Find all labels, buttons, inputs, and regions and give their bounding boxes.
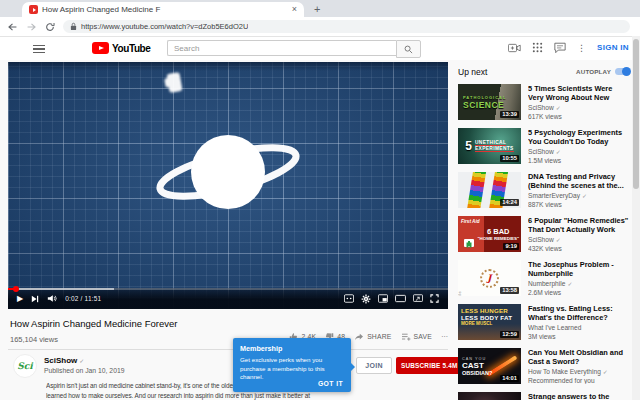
save-button[interactable]: SAVE — [401, 333, 432, 341]
search-button[interactable] — [396, 40, 421, 58]
video-thumbnail[interactable]: NumberphileJ 13:58 — [458, 260, 521, 296]
related-video-title[interactable]: 5 Times Scientists Were Very Wrong About… — [528, 84, 630, 102]
popup-title: Membership — [240, 344, 344, 353]
related-video-item[interactable]: 5UNETHICALEXPERIMENTS 10:55 5 Psychology… — [458, 128, 630, 164]
related-channel: SciShow✓ — [528, 236, 630, 245]
related-video-item[interactable]: PATHOLOGICALSCIENCE 13:39 5 Times Scient… — [458, 84, 630, 120]
cc-icon[interactable] — [344, 294, 354, 303]
duration-badge: 14:01 — [500, 375, 519, 382]
upload-video-icon[interactable] — [508, 43, 521, 53]
youtube-logo[interactable]: YouTube — [92, 42, 151, 54]
related-video-title[interactable]: Can You Melt Obsidian and Cast a Sword? — [528, 348, 630, 366]
related-channel: SciShow✓ — [528, 104, 630, 113]
view-count: 165,104 views — [10, 335, 58, 344]
play-on-tv-icon[interactable] — [413, 294, 423, 303]
new-tab-button[interactable]: + — [314, 3, 320, 15]
related-video-title[interactable]: The Josephus Problem - Numberphile — [528, 260, 630, 278]
video-thumbnail[interactable]: 5UNETHICALEXPERIMENTS 10:55 — [458, 128, 521, 164]
related-video-title[interactable]: Strange answers to the psychopath test |… — [528, 392, 630, 400]
page-scrollbar[interactable] — [632, 36, 640, 400]
related-channel: How To Make Everything✓ — [528, 368, 630, 377]
messages-icon[interactable] — [554, 42, 566, 53]
related-views: Recommended for you — [528, 377, 630, 385]
buffer-bar — [8, 288, 114, 290]
youtube-logo-text: YouTube — [112, 43, 151, 54]
related-views: 617K views — [528, 113, 630, 121]
channel-avatar[interactable]: Sci — [13, 354, 37, 378]
reload-icon[interactable] — [45, 22, 55, 32]
tab-close-icon[interactable]: × — [292, 5, 297, 14]
up-next-sidebar: Up next AUTOPLAY PATHOLOGICALSCIENCE 13:… — [458, 66, 630, 400]
duration-badge: 12:59 — [500, 331, 519, 338]
youtube-play-icon — [92, 42, 109, 54]
youtube-masthead: YouTube ⋮ SIGN IN — [0, 37, 640, 61]
player-controls: ▶ 0:02 / 11:51 — [8, 288, 448, 309]
verified-icon: ✓ — [556, 148, 561, 157]
related-video-title[interactable]: DNA Testing and Privacy (Behind the scen… — [528, 172, 630, 190]
back-icon[interactable] — [7, 22, 18, 32]
scrollbar-thumb[interactable] — [633, 39, 639, 189]
volume-icon[interactable] — [47, 294, 57, 303]
menu-icon[interactable] — [33, 45, 45, 55]
play-button[interactable]: ▶ — [17, 295, 23, 303]
related-video-title[interactable]: 6 Popular "Home Remedies" That Don't Act… — [528, 216, 630, 234]
search-icon — [404, 45, 413, 54]
popup-body: Get exclusive perks when you purchase a … — [240, 356, 344, 382]
share-icon — [354, 333, 364, 341]
verified-icon: ✓ — [556, 104, 561, 113]
youtube-favicon — [29, 5, 38, 14]
url-text: https://www.youtube.com/watch?v=dZob5E6d… — [81, 22, 248, 31]
fullscreen-icon[interactable] — [430, 294, 439, 303]
masthead-actions: ⋮ SIGN IN — [508, 42, 629, 53]
channel-name[interactable]: SciShow ✓ — [44, 356, 84, 365]
share-button[interactable]: SHARE — [354, 333, 391, 341]
browser-tab[interactable]: How Aspirin Changed Medicine F × — [22, 2, 304, 17]
search-bar — [167, 40, 421, 58]
sign-in-button[interactable]: SIGN IN — [597, 43, 629, 52]
autoplay-toggle[interactable] — [615, 68, 630, 75]
related-video-title[interactable]: 5 Psychology Experiments You Couldn't Do… — [528, 128, 630, 146]
tab-strip: How Aspirin Changed Medicine F × + — [0, 0, 640, 17]
theater-mode-icon[interactable] — [395, 294, 406, 303]
related-video-item[interactable]: Strange answers to the psychopath test |… — [458, 392, 630, 400]
spacecraft-sprite — [166, 72, 182, 93]
related-video-item[interactable]: CAN YOUCASTOBSIDIAN? 14:01 Can You Melt … — [458, 348, 630, 384]
more-actions-icon[interactable]: ⋯ — [441, 333, 448, 341]
settings-gear-icon[interactable] — [361, 294, 371, 304]
description-line: Aspirin isn't just an old medicine cabin… — [46, 381, 412, 391]
video-thumbnail[interactable]: First Aid6 BAD"HOME REMEDIES" 9:19 — [458, 216, 521, 252]
related-video-item[interactable]: First Aid6 BAD"HOME REMEDIES" 9:19 6 Pop… — [458, 216, 630, 252]
related-channel: SciShow✓ — [528, 148, 630, 157]
duration-badge: 13:58 — [500, 287, 519, 294]
duration-badge: 10:55 — [500, 155, 519, 162]
progress-bar[interactable] — [8, 288, 448, 290]
related-video-item[interactable]: 14:24 DNA Testing and Privacy (Behind th… — [458, 172, 630, 208]
apps-grid-icon[interactable] — [532, 42, 543, 53]
related-video-item[interactable]: LESS HUNGERLESS BODY FATMORE MUSCL 12:59… — [458, 304, 630, 340]
related-video-title[interactable]: Fasting vs. Eating Less: What's the Diff… — [528, 304, 630, 322]
scrubber-knob[interactable] — [13, 286, 19, 292]
join-button[interactable]: JOIN — [356, 357, 392, 374]
subscribe-button[interactable]: SUBSCRIBE 5.4M — [396, 357, 462, 374]
forward-icon[interactable] — [26, 22, 37, 32]
duration-badge: 13:39 — [500, 111, 519, 118]
tab-title: How Aspirin Changed Medicine F — [42, 5, 288, 14]
search-input[interactable] — [167, 40, 396, 56]
video-thumbnail[interactable] — [458, 392, 521, 400]
related-video-item[interactable]: NumberphileJ 13:58 The Josephus Problem … — [458, 260, 630, 296]
miniplayer-icon[interactable] — [378, 294, 388, 303]
next-video-icon[interactable] — [31, 295, 39, 303]
video-thumbnail[interactable]: PATHOLOGICALSCIENCE 13:39 — [458, 84, 521, 120]
playlist-add-icon — [401, 333, 411, 341]
related-channel: What I've Learned — [528, 324, 630, 333]
kebab-menu-icon[interactable]: ⋮ — [577, 43, 586, 53]
url-field[interactable]: https://www.youtube.com/watch?v=dZob5E6d… — [63, 20, 630, 33]
related-views: 2.6M views — [528, 289, 630, 297]
video-player[interactable]: ▶ 0:02 / 11:51 — [8, 62, 448, 309]
video-thumbnail[interactable]: 14:24 — [458, 172, 521, 208]
time-display: 0:02 / 11:51 — [65, 295, 101, 302]
video-thumbnail[interactable]: LESS HUNGERLESS BODY FATMORE MUSCL 12:59 — [458, 304, 521, 340]
video-thumbnail[interactable]: CAN YOUCASTOBSIDIAN? 14:01 — [458, 348, 521, 384]
up-next-header: Up next AUTOPLAY — [458, 66, 630, 77]
got-it-button[interactable]: GOT IT — [318, 380, 343, 387]
